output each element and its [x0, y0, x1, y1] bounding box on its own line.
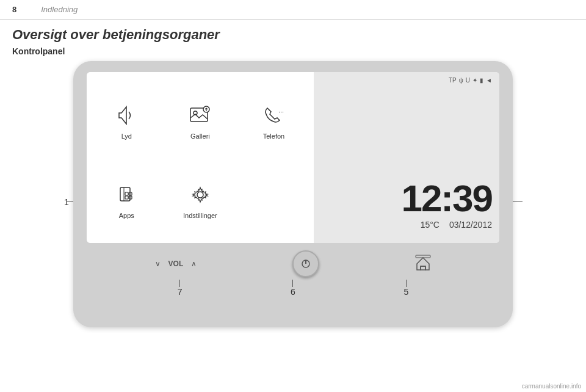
app-telefon[interactable]: ··· Telefon [240, 84, 308, 158]
telefon-label: Telefon [263, 132, 284, 140]
galleri-icon [187, 102, 214, 129]
app-apps[interactable]: Apps [93, 164, 161, 237]
apps-icon [113, 181, 140, 208]
section-title: Oversigt over betjeningsorganer [0, 20, 586, 45]
ref-6-area: 6 [291, 280, 295, 297]
svg-point-11 [197, 192, 203, 198]
ref-number-6: 6 [291, 287, 295, 297]
app-indstillinger[interactable]: Indstillinger [167, 164, 234, 237]
device: Lyd Galleri [73, 61, 513, 327]
galleri-label: Galleri [190, 132, 210, 140]
home-button[interactable] [411, 252, 435, 275]
app-lyd[interactable]: Lyd [93, 84, 161, 158]
page-header: 8 Indledning [0, 0, 586, 20]
svg-rect-14 [421, 266, 425, 270]
ref-7-area: 7 [178, 280, 183, 297]
vol-down-button[interactable]: ∨ [151, 257, 165, 270]
lyd-icon [113, 102, 140, 129]
ref-number-1: 1 [64, 197, 69, 207]
lyd-label: Lyd [121, 132, 132, 140]
power-button[interactable] [292, 250, 319, 277]
signal-icon: ψ [459, 77, 463, 84]
bottom-ref-numbers: 7 6 5 [87, 277, 499, 297]
vol-up-button[interactable]: ∧ [187, 257, 200, 270]
tp-status: TP [449, 77, 457, 84]
device-bottom-controls: ∨ VOL ∧ [87, 243, 499, 277]
svg-rect-9 [125, 196, 128, 199]
vol-label: VOL [168, 260, 184, 268]
telefon-icon: ··· [260, 102, 287, 129]
clock-details: 15°C 03/12/2012 [421, 220, 492, 230]
screen-apps-panel: Lyd Galleri [87, 72, 314, 243]
page-number: 8 [12, 5, 16, 14]
screen-clock-panel: TP ψ U ✦ ▮ ◄ 12:39 15°C 03/12/2012 [314, 72, 499, 243]
device-screen: Lyd Galleri [87, 72, 499, 243]
clock-time: 12:39 [401, 180, 492, 217]
date: 03/12/2012 [449, 220, 492, 230]
svg-text:···: ··· [278, 108, 284, 115]
apps-label: Apps [119, 212, 134, 219]
app-galleri[interactable]: Galleri [167, 84, 234, 158]
page-title-header: Indledning [41, 5, 78, 14]
usb-icon: U [466, 77, 470, 84]
indstillinger-label: Indstillinger [183, 212, 217, 219]
svg-rect-7 [125, 192, 128, 195]
volume-icon: ◄ [486, 77, 492, 84]
watermark: carmanualsonline.info [522, 383, 581, 390]
status-bar: TP ψ U ✦ ▮ ◄ [321, 77, 492, 84]
battery-icon: ▮ [480, 77, 483, 84]
temperature: 15°C [421, 220, 440, 230]
main-content: 1 2 3 4 [0, 61, 586, 327]
clock-area: 12:39 15°C 03/12/2012 [321, 180, 492, 236]
ref-number-7: 7 [178, 287, 183, 297]
section-subtitle: Kontrolpanel [0, 45, 586, 61]
ref-5-area: 5 [403, 280, 408, 297]
vol-control: ∨ VOL ∧ [151, 257, 201, 270]
bluetooth-icon: ✦ [472, 77, 477, 84]
indstillinger-icon [187, 181, 214, 208]
ref-number-5: 5 [403, 287, 408, 297]
